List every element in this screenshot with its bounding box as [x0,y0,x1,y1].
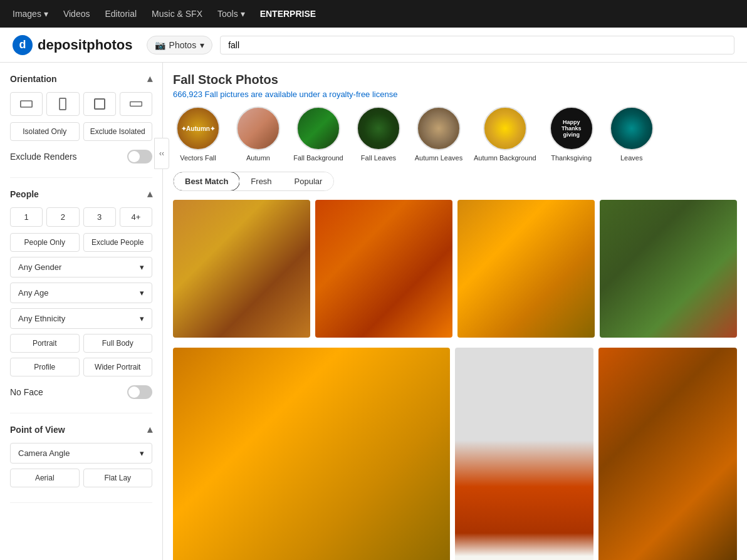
content-header: Fall Stock Photos 666,923 Fall pictures … [173,73,737,99]
category-autumn[interactable]: Autumn [233,106,283,162]
flat-lay-button[interactable]: Flat Lay [83,469,153,487]
category-label-fall-bg: Fall Background [293,154,343,162]
profile-button[interactable]: Profile [10,358,80,376]
orientation-section: Orientation ▴ Isolated Only Excl [10,73,152,178]
exclude-renders-toggle[interactable] [127,150,152,163]
people-only-button[interactable]: People Only [10,233,80,252]
image-item[interactable] [598,348,737,560]
svg-rect-3 [130,101,142,106]
profile-grid: Profile Wider Portrait [10,358,152,376]
portrait-button[interactable]: Portrait [10,334,80,353]
category-leaves[interactable]: Leaves [607,106,657,162]
nav-tools[interactable]: Tools ▾ [217,9,245,19]
category-label-leaves: Leaves [620,154,642,162]
point-of-view-section: Point of View ▴ Camera Angle ▾ Aerial Fl… [10,423,152,503]
image-item[interactable] [173,348,450,560]
orientation-header: Orientation ▴ [10,73,152,85]
no-face-toggle[interactable] [127,385,152,399]
category-fall-leaves[interactable]: Fall Leaves [353,106,404,162]
people-toggle[interactable]: ▴ [147,188,152,200]
logo[interactable]: d depositphotos [13,35,133,55]
logo-icon: d [13,35,33,55]
category-circle-leaves [610,106,654,150]
isolated-only-button[interactable]: Isolated Only [10,122,80,141]
people-header: People ▴ [10,188,152,200]
svg-rect-2 [95,99,105,109]
svg-rect-0 [21,101,32,107]
people-count-3[interactable]: 3 [83,207,116,227]
main-content: Fall Stock Photos 666,923 Fall pictures … [163,63,747,560]
tab-popular[interactable]: Popular [283,172,334,190]
category-label-fall-leaves: Fall Leaves [361,154,396,162]
category-circle-thanksgiving: Happy Thanks giving [550,106,593,150]
people-count-1[interactable]: 1 [10,207,43,227]
category-label-autumn: Autumn [246,154,270,162]
image-item[interactable] [315,200,452,338]
exclude-people-button[interactable]: Exclude People [83,233,153,252]
orientation-grid [10,92,152,116]
nav-editorial[interactable]: Editorial [105,9,137,19]
category-circle-autumn-leaves [417,106,461,150]
full-body-button[interactable]: Full Body [83,334,153,353]
sidebar: Orientation ▴ Isolated Only Excl [0,63,163,560]
aerial-button[interactable]: Aerial [10,469,80,487]
nav-enterprise[interactable]: ENTERPRISE [260,9,316,19]
category-label-autumn-bg: Autumn Background [474,154,536,162]
camera-angle-dropdown[interactable]: Camera Angle ▾ [10,443,152,464]
tab-fresh[interactable]: Fresh [239,172,283,190]
page-title: Fall Stock Photos [173,73,737,87]
category-circle-autumn [236,106,280,150]
ethnicity-dropdown[interactable]: Any Ethnicity ▾ [10,308,152,329]
orientation-portrait[interactable] [46,92,79,116]
category-fall-background[interactable]: Fall Background [293,106,343,162]
image-grid [173,200,737,560]
content-subtitle: 666,923 Fall pictures are available unde… [173,90,737,99]
chevron-down-icon: ▾ [44,9,48,19]
category-circle-fall-bg [296,106,340,150]
category-autumn-background[interactable]: Autumn Background [474,106,536,162]
sort-tabs: Best Match Fresh Popular [173,172,334,191]
wider-portrait-button[interactable]: Wider Portrait [83,358,153,376]
no-face-row: No Face [10,381,152,403]
image-item[interactable] [455,348,593,560]
chevron-down-icon-search: ▾ [200,40,204,50]
search-input[interactable] [228,40,726,50]
people-count-4plus[interactable]: 4+ [120,207,152,227]
categories-row: ✦Autumn✦ Vectors Fall Autumn Fall Backgr… [173,106,737,162]
chevron-down-icon-gender: ▾ [140,262,144,272]
orientation-toggle[interactable]: ▴ [147,73,152,85]
search-type-button[interactable]: 📷 Photos ▾ [147,36,213,54]
age-dropdown[interactable]: Any Age ▾ [10,283,152,303]
chevron-down-icon-tools: ▾ [241,9,245,19]
orientation-landscape[interactable] [10,92,43,116]
angle-filter-row: Aerial Flat Lay [10,469,152,487]
people-filter-row: People Only Exclude People [10,233,152,252]
pov-header: Point of View ▴ [10,423,152,435]
category-circle-vectors-fall: ✦Autumn✦ [176,106,220,150]
orientation-square[interactable] [83,92,116,116]
gender-dropdown[interactable]: Any Gender ▾ [10,257,152,277]
search-input-wrapper[interactable] [220,36,734,54]
nav-music-sfx[interactable]: Music & SFX [152,9,202,19]
chevron-down-icon-ethnicity: ▾ [140,314,144,323]
people-count-2[interactable]: 2 [46,207,79,227]
image-item[interactable] [457,200,595,338]
category-autumn-leaves[interactable]: Autumn Leaves [414,106,464,162]
pov-toggle[interactable]: ▴ [147,423,152,435]
nav-images[interactable]: Images ▾ [13,9,48,19]
exclude-renders-row: Exclude Renders [10,146,152,167]
people-count-grid: 1 2 3 4+ [10,207,152,227]
sidebar-collapse-button[interactable]: ‹‹ [154,138,169,169]
tab-best-match[interactable]: Best Match [173,172,240,191]
image-item[interactable] [600,200,737,338]
image-item[interactable] [173,200,310,338]
nav-videos[interactable]: Videos [63,9,90,19]
category-thanksgiving[interactable]: Happy Thanks giving Thanksgiving [546,106,597,162]
category-vectors-fall[interactable]: ✦Autumn✦ Vectors Fall [173,106,223,162]
orientation-panoramic[interactable] [120,92,152,116]
people-section: People ▴ 1 2 3 4+ People Only Exclude Pe… [10,188,152,413]
svg-rect-1 [60,98,66,110]
category-label-vectors-fall: Vectors Fall [180,154,216,162]
category-label-autumn-leaves: Autumn Leaves [415,154,462,162]
exclude-isolated-button[interactable]: Exclude Isolated [83,122,153,141]
